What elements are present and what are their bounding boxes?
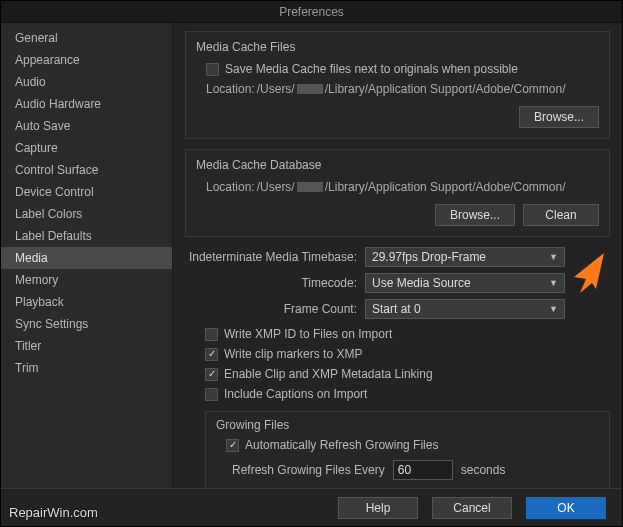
- chevron-down-icon: ▼: [549, 304, 558, 314]
- chevron-down-icon: ▼: [549, 252, 558, 262]
- sidebar-item-audio-hardware[interactable]: Audio Hardware: [1, 93, 172, 115]
- enable-clip-xmp-checkbox[interactable]: [205, 368, 218, 381]
- section-title: Media Cache Files: [196, 40, 599, 54]
- save-next-to-originals-label: Save Media Cache files next to originals…: [225, 62, 518, 76]
- frame-count-dropdown[interactable]: Start at 0 ▼: [365, 299, 565, 319]
- growing-files-group: Growing Files Automatically Refresh Grow…: [205, 411, 610, 489]
- chevron-down-icon: ▼: [549, 278, 558, 288]
- timebase-label: Indeterminate Media Timebase:: [185, 250, 357, 264]
- window-title: Preferences: [279, 5, 344, 19]
- sidebar-item-playback[interactable]: Playback: [1, 291, 172, 313]
- sidebar-item-device-control[interactable]: Device Control: [1, 181, 172, 203]
- growing-files-title: Growing Files: [216, 418, 599, 432]
- write-xmp-id-label: Write XMP ID to Files on Import: [224, 327, 392, 341]
- redacted-user: [297, 182, 323, 192]
- window-titlebar: Preferences: [1, 1, 622, 23]
- sidebar-item-sync-settings[interactable]: Sync Settings: [1, 313, 172, 335]
- include-captions-checkbox[interactable]: [205, 388, 218, 401]
- timecode-dropdown[interactable]: Use Media Source ▼: [365, 273, 565, 293]
- refresh-interval-label: Refresh Growing Files Every: [232, 463, 385, 477]
- preferences-sidebar: General Appearance Audio Audio Hardware …: [1, 23, 173, 489]
- sidebar-item-label-defaults[interactable]: Label Defaults: [1, 225, 172, 247]
- cache-db-location: Location: /Users//Library/Application Su…: [196, 178, 599, 196]
- write-clip-markers-label: Write clip markers to XMP: [224, 347, 362, 361]
- auto-refresh-checkbox[interactable]: [226, 439, 239, 452]
- cancel-button[interactable]: Cancel: [432, 497, 512, 519]
- media-cache-files-section: Media Cache Files Save Media Cache files…: [185, 31, 610, 139]
- sidebar-item-trim[interactable]: Trim: [1, 357, 172, 379]
- sidebar-item-label-colors[interactable]: Label Colors: [1, 203, 172, 225]
- enable-clip-xmp-label: Enable Clip and XMP Metadata Linking: [224, 367, 433, 381]
- main-panel: Media Cache Files Save Media Cache files…: [173, 23, 622, 489]
- sidebar-item-auto-save[interactable]: Auto Save: [1, 115, 172, 137]
- section-title: Media Cache Database: [196, 158, 599, 172]
- write-xmp-id-checkbox[interactable]: [205, 328, 218, 341]
- redacted-user: [297, 84, 323, 94]
- cache-files-location: Location: /Users//Library/Application Su…: [196, 80, 599, 98]
- help-button[interactable]: Help: [338, 497, 418, 519]
- refresh-interval-input[interactable]: [393, 460, 453, 480]
- frame-count-label: Frame Count:: [185, 302, 357, 316]
- write-clip-markers-checkbox[interactable]: [205, 348, 218, 361]
- include-captions-label: Include Captions on Import: [224, 387, 367, 401]
- sidebar-item-general[interactable]: General: [1, 27, 172, 49]
- timecode-label: Timecode:: [185, 276, 357, 290]
- timebase-dropdown[interactable]: 29.97fps Drop-Frame ▼: [365, 247, 565, 267]
- cache-db-browse-button[interactable]: Browse...: [435, 204, 515, 226]
- media-cache-database-section: Media Cache Database Location: /Users//L…: [185, 149, 610, 237]
- cache-db-clean-button[interactable]: Clean: [523, 204, 599, 226]
- sidebar-item-appearance[interactable]: Appearance: [1, 49, 172, 71]
- watermark-text: RepairWin.com: [9, 505, 98, 520]
- sidebar-item-control-surface[interactable]: Control Surface: [1, 159, 172, 181]
- sidebar-item-audio[interactable]: Audio: [1, 71, 172, 93]
- sidebar-item-memory[interactable]: Memory: [1, 269, 172, 291]
- cache-files-browse-button[interactable]: Browse...: [519, 106, 599, 128]
- refresh-interval-unit: seconds: [461, 463, 506, 477]
- save-next-to-originals-checkbox[interactable]: [206, 63, 219, 76]
- ok-button[interactable]: OK: [526, 497, 606, 519]
- sidebar-item-titler[interactable]: Titler: [1, 335, 172, 357]
- sidebar-item-media[interactable]: Media: [1, 247, 172, 269]
- sidebar-item-capture[interactable]: Capture: [1, 137, 172, 159]
- auto-refresh-label: Automatically Refresh Growing Files: [245, 438, 438, 452]
